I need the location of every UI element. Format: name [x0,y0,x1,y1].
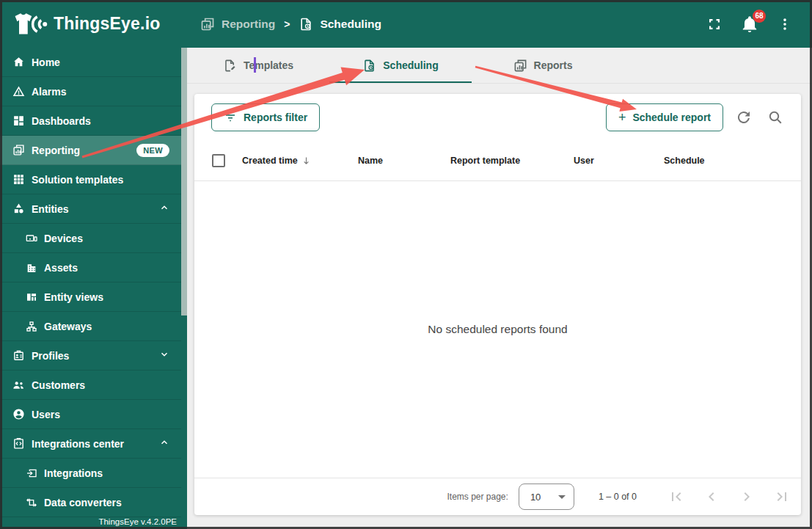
notification-count-badge: 68 [753,10,766,23]
search-button[interactable] [764,106,786,128]
fullscreen-icon [706,15,723,33]
entity-views-icon [26,291,37,303]
first-page-button[interactable] [667,488,685,506]
sidebar-item-label: Integrations center [32,438,124,450]
reports-filter-button[interactable]: Reports filter [211,103,320,131]
tab-bar: Templates Scheduling Reports [187,48,812,84]
empty-state: No scheduled reports found [194,181,801,478]
sidebar-item-integrations-center[interactable]: Integrations center [0,429,181,459]
sidebar-item-entity-views[interactable]: Entity views [0,282,181,312]
sidebar-item-dashboards[interactable]: Dashboards [0,106,181,136]
sort-desc-icon [301,156,312,167]
sidebar-item-label: Alarms [32,86,66,98]
sidebar-item-customers[interactable]: Customers [0,371,181,400]
dashboards-icon [12,114,25,127]
text-cursor [254,57,256,73]
warning-icon [12,85,25,98]
sidebar-item-reporting[interactable]: Reporting NEW [0,136,181,165]
card-toolbar: Reports filter + Schedule report [194,94,801,141]
app-logo[interactable]: ThingsEye.io [0,10,178,39]
scheduling-breadcrumb-icon [299,17,313,32]
app-window: ThingsEye.io Reporting > [0,0,812,529]
sidebar-item-label: Dashboards [32,115,91,127]
sidebar-item-label: Data converters [44,497,122,508]
sidebar-item-assets[interactable]: Assets [0,253,181,282]
scheduled-reports-card: Reports filter + Schedule report [194,94,801,515]
breadcrumb-separator: > [284,18,290,30]
reports-filter-label: Reports filter [244,112,307,123]
sidebar-item-users[interactable]: Users [0,400,181,429]
reporting-icon [12,144,25,156]
last-page-icon [773,488,791,506]
sidebar-item-solution-templates[interactable]: Solution templates [0,165,181,194]
reporting-breadcrumb-icon [200,17,215,32]
sidebar-item-gateways[interactable]: Gateways [0,312,181,341]
active-tab-indicator [329,81,472,83]
last-page-button[interactable] [773,488,791,506]
breadcrumb-reporting[interactable]: Reporting [200,17,275,32]
schedule-report-button[interactable]: + Schedule report [606,103,723,131]
sidebar-item-data-converters[interactable]: Data converters [0,488,181,517]
chevron-down-icon [159,349,169,362]
breadcrumb: Reporting > Scheduling [200,17,381,32]
column-label: Schedule [664,156,705,166]
sidebar-item-label: Devices [44,233,83,244]
sidebar-scrollbar-thumb[interactable] [181,48,187,315]
search-icon [767,109,784,126]
first-page-icon [667,488,685,506]
tab-label: Scheduling [383,59,438,71]
sidebar-scrollbar [181,48,187,529]
column-header-created-time[interactable]: Created time [242,156,358,167]
sidebar-item-label: Reporting [32,145,80,156]
more-menu-button[interactable] [775,15,794,34]
tab-reports[interactable]: Reports [472,48,614,83]
schedule-report-label: Schedule report [632,112,711,123]
sidebar: Home Alarms Dashboards Reporting NEW [0,48,187,529]
sidebar-item-label: Entity views [44,291,103,303]
pagination-range-label: 1 – 0 of 0 [599,492,637,502]
notifications-button[interactable]: 68 [740,15,759,34]
main-content: Templates Scheduling Reports Reports fil… [187,48,812,529]
column-header-user[interactable]: User [574,156,664,166]
sidebar-item-home[interactable]: Home [0,48,181,77]
tab-scheduling[interactable]: Scheduling [329,48,472,83]
sidebar-item-label: Users [32,409,60,420]
logo-text: ThingsEye.io [54,14,161,34]
chevron-right-icon [738,488,756,506]
column-header-name[interactable]: Name [358,156,450,166]
pagination-bar: Items per page: 10 1 – 0 of 0 [194,478,801,515]
column-label: User [574,156,594,166]
sidebar-item-entities[interactable]: Entities [0,194,181,224]
sidebar-item-devices[interactable]: Devices [0,224,181,253]
refresh-button[interactable] [733,106,755,128]
tab-templates[interactable]: Templates [187,48,329,83]
data-converters-icon [26,497,37,508]
tab-label: Reports [534,59,573,71]
sidebar-item-profiles[interactable]: Profiles [0,341,181,371]
breadcrumb-current-label: Scheduling [320,18,381,31]
fullscreen-button[interactable] [705,15,724,34]
toolbar-right-group: + Schedule report [606,103,786,131]
plus-icon: + [618,111,626,124]
scheduling-icon [362,59,376,73]
select-caret-icon [558,495,566,499]
header-actions: 68 [705,15,812,34]
sidebar-item-label: Profiles [32,350,69,362]
select-all-checkbox[interactable] [212,154,225,167]
next-page-button[interactable] [738,488,756,506]
column-header-schedule[interactable]: Schedule [664,156,786,166]
pager-controls [667,488,791,506]
column-header-report-template[interactable]: Report template [450,156,574,166]
breadcrumb-parent-label: Reporting [222,18,275,31]
previous-page-button[interactable] [703,488,720,506]
chevron-left-icon [703,488,720,506]
page-size-select[interactable]: 10 [519,484,574,510]
sidebar-item-alarms[interactable]: Alarms [0,77,181,106]
templates-icon [223,59,237,73]
app-version-label: ThingsEye v.4.2.0PE [98,517,177,526]
sidebar-item-label: Home [32,56,60,68]
user-circle-icon [12,408,25,420]
thingseye-logo-icon [10,10,48,39]
sidebar-item-label: Assets [44,262,78,274]
sidebar-item-integrations[interactable]: Integrations [0,459,181,488]
